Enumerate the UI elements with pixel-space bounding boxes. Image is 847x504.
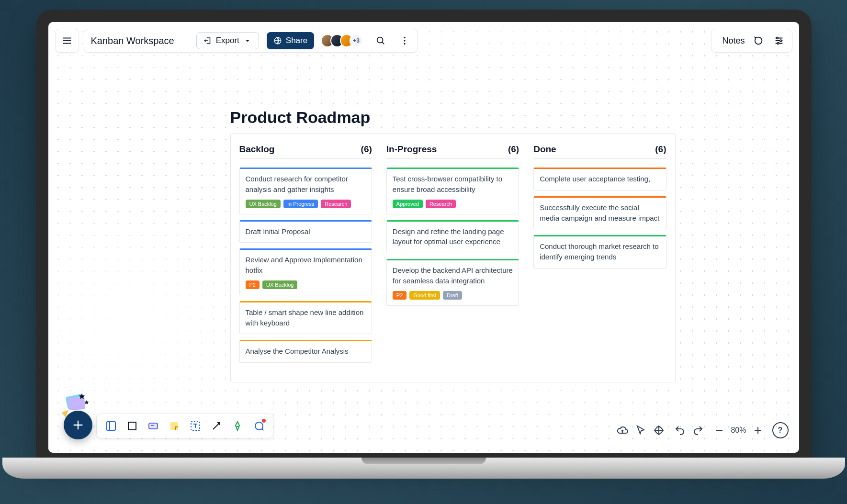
svg-rect-12 bbox=[128, 422, 136, 430]
chevron-down-icon bbox=[243, 36, 252, 45]
svg-point-4 bbox=[404, 43, 406, 45]
redo-button[interactable] bbox=[691, 424, 705, 437]
card-text: Design and refine the landing page layou… bbox=[393, 226, 513, 247]
tool-comment[interactable] bbox=[252, 419, 265, 433]
tag[interactable]: Research bbox=[426, 200, 456, 208]
undo-button[interactable] bbox=[673, 424, 687, 437]
svg-point-1 bbox=[377, 37, 383, 43]
help-button[interactable]: ? bbox=[772, 422, 789, 438]
column-header: Done(6) bbox=[533, 144, 666, 159]
settings-button[interactable] bbox=[773, 34, 785, 47]
kanban-card[interactable]: Develop the backend API architecture for… bbox=[386, 259, 519, 306]
sliders-icon bbox=[774, 35, 784, 46]
menu-button[interactable] bbox=[55, 29, 79, 53]
add-fab[interactable] bbox=[64, 411, 92, 439]
notes-label: Notes bbox=[722, 36, 745, 46]
plus-icon bbox=[71, 418, 85, 432]
card-text: Draft Initial Proposal bbox=[246, 226, 366, 237]
kanban-card[interactable]: Analyse the Competitor Analysis bbox=[239, 340, 372, 363]
card-tags: P2UX Backlog bbox=[246, 280, 366, 289]
kanban-card[interactable]: Review and Approve Implementation hotfix… bbox=[239, 248, 372, 295]
svg-point-6 bbox=[779, 40, 781, 42]
kanban-card[interactable]: Complete user acceptance testing, bbox=[533, 168, 666, 190]
pointer-tool[interactable] bbox=[634, 424, 647, 437]
tag[interactable]: Research bbox=[321, 200, 351, 208]
zoom-out-button[interactable] bbox=[712, 424, 726, 437]
kanban-card[interactable]: Test cross-browser compatibility to ensu… bbox=[386, 168, 519, 214]
board-title: Product Roadmap bbox=[230, 108, 371, 127]
column-name: Backlog bbox=[239, 144, 275, 155]
right-toolbar: Notes bbox=[711, 29, 792, 53]
more-vertical-icon bbox=[399, 35, 410, 46]
tool-text[interactable] bbox=[189, 419, 202, 433]
tag[interactable]: Approved bbox=[393, 200, 423, 208]
view-toolbar: 80% ? bbox=[616, 422, 788, 438]
kanban-column[interactable]: Done(6)Complete user acceptance testing,… bbox=[533, 144, 666, 369]
column-header: In-Progress(6) bbox=[386, 144, 519, 159]
column-count: (6) bbox=[361, 144, 372, 155]
notes-button[interactable]: Notes bbox=[718, 36, 745, 46]
tool-sticky[interactable] bbox=[168, 419, 181, 433]
export-label: Export bbox=[216, 36, 239, 45]
svg-rect-14 bbox=[170, 422, 178, 430]
tag[interactable]: Good first bbox=[409, 291, 440, 300]
tag[interactable]: P2 bbox=[246, 280, 260, 289]
tool-connector[interactable] bbox=[210, 419, 223, 433]
pan-tool[interactable] bbox=[652, 424, 666, 437]
kanban-card[interactable]: Design and refine the landing page layou… bbox=[386, 220, 519, 254]
tag[interactable]: UX Backlog bbox=[246, 200, 281, 208]
column-count: (6) bbox=[655, 144, 666, 155]
card-text: Analyse the Competitor Analysis bbox=[246, 346, 366, 357]
card-text: Table / smart shape new line addition wi… bbox=[246, 307, 366, 328]
share-button[interactable]: Share bbox=[267, 32, 314, 49]
card-text: Conduct thorough market research to iden… bbox=[540, 241, 660, 262]
kanban-card[interactable]: Conduct thorough market research to iden… bbox=[533, 235, 666, 269]
zoom-level[interactable]: 80% bbox=[731, 426, 746, 435]
card-text: Complete user acceptance testing, bbox=[540, 174, 660, 184]
kanban-card[interactable]: Conduct research for competitor analysis… bbox=[239, 168, 372, 214]
tag[interactable]: P2 bbox=[393, 291, 407, 300]
svg-point-2 bbox=[404, 37, 406, 38]
column-count: (6) bbox=[508, 144, 519, 155]
zoom-in-button[interactable] bbox=[751, 424, 765, 437]
card-tags: ApprovedResearch bbox=[393, 200, 513, 208]
card-tags: UX BacklogIn ProgressResearch bbox=[246, 200, 366, 208]
export-button[interactable]: Export bbox=[196, 32, 259, 49]
tool-frame[interactable] bbox=[104, 419, 118, 433]
globe-icon bbox=[273, 36, 282, 45]
tag[interactable]: In Progress bbox=[283, 200, 318, 208]
search-icon bbox=[375, 35, 386, 46]
cloud-sync-icon[interactable] bbox=[616, 424, 629, 437]
svg-rect-11 bbox=[107, 422, 115, 430]
column-name: Done bbox=[533, 144, 556, 155]
column-name: In-Progress bbox=[386, 144, 437, 155]
shape-toolbar bbox=[96, 414, 273, 438]
collaborator-avatars[interactable]: +3 bbox=[325, 34, 363, 47]
kanban-card[interactable]: Draft Initial Proposal bbox=[239, 220, 372, 243]
svg-point-7 bbox=[777, 43, 779, 45]
kanban-card[interactable]: Table / smart shape new line addition wi… bbox=[239, 301, 372, 335]
tool-card[interactable] bbox=[147, 419, 160, 433]
title-toolbar: Kanban Workspace Export Share bbox=[84, 29, 418, 53]
card-text: Review and Approve Implementation hotfix bbox=[246, 255, 366, 276]
chat-icon bbox=[754, 35, 764, 46]
share-label: Share bbox=[286, 36, 307, 45]
workspace-title: Kanban Workspace bbox=[91, 35, 189, 46]
kanban-card[interactable]: Successfully execute the social media ca… bbox=[533, 196, 666, 230]
tag[interactable]: UX Backlog bbox=[262, 280, 297, 289]
card-text: Successfully execute the social media ca… bbox=[540, 202, 660, 224]
kanban-column[interactable]: In-Progress(6)Test cross-browser compati… bbox=[386, 144, 519, 369]
svg-point-3 bbox=[404, 40, 406, 41]
card-text: Test cross-browser compatibility to ensu… bbox=[393, 174, 513, 195]
tag[interactable]: Draft bbox=[443, 291, 462, 300]
tool-rectangle[interactable] bbox=[125, 419, 139, 433]
tool-pen[interactable] bbox=[231, 419, 244, 433]
card-tags: P2Good firstDraft bbox=[393, 291, 513, 300]
more-button[interactable] bbox=[398, 34, 411, 47]
avatar-overflow[interactable]: +3 bbox=[350, 34, 363, 47]
kanban-column[interactable]: Backlog(6)Conduct research for competito… bbox=[239, 144, 372, 369]
search-button[interactable] bbox=[374, 34, 387, 47]
kanban-board: Backlog(6)Conduct research for competito… bbox=[230, 133, 676, 382]
comments-button[interactable] bbox=[753, 34, 765, 47]
notification-dot bbox=[262, 419, 266, 423]
